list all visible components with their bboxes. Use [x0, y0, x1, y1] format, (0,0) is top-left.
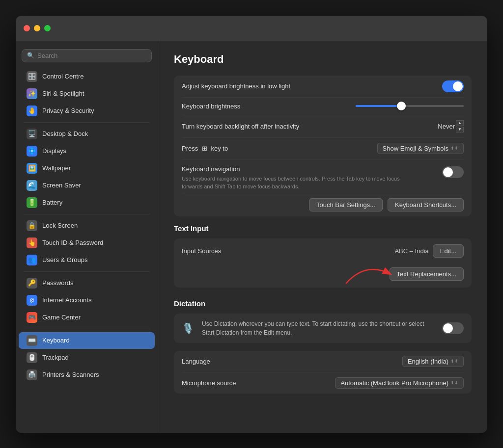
users-groups-icon: 👥 [27, 255, 37, 265]
text-input-section: Text Input Input Sources ABC – India Edi… [174, 224, 472, 288]
backlight-off-control: Never ▲ ▼ [438, 120, 464, 132]
search-icon: 🔍 [27, 52, 34, 59]
maximize-button[interactable] [44, 25, 51, 31]
sidebar-item-lock-screen[interactable]: 🔒 Lock Screen [19, 217, 155, 234]
dictation-toggle[interactable] [442, 322, 464, 334]
keyboard-nav-toggle[interactable] [442, 166, 464, 178]
sidebar-item-passwords[interactable]: 🔑 Passwords [19, 275, 155, 291]
brightness-control [356, 105, 464, 107]
search-container: 🔍 Search [16, 47, 158, 68]
row-press-key: Press ⊞ key to Show Emoji & Symbols ⬆⬇ [182, 138, 464, 159]
slider-thumb[interactable] [397, 102, 406, 110]
control-centre-icon: 🎛️ [27, 71, 37, 82]
sidebar: 🔍 Search 🎛️ Control Centre ✨ Siri & Spot… [16, 41, 158, 433]
sidebar-item-battery[interactable]: 🔋 Battery [19, 194, 155, 211]
system-preferences-window: 🔍 Search 🎛️ Control Centre ✨ Siri & Spot… [16, 16, 487, 433]
sidebar-item-desktop-dock[interactable]: 🖥️ Desktop & Dock [19, 126, 155, 142]
sidebar-item-internet-accounts[interactable]: @ Internet Accounts [19, 292, 155, 309]
stepper-arrows: ▲ ▼ [456, 120, 464, 132]
language-dropdown[interactable]: English (India) ⬆⬇ [402, 356, 464, 367]
row-keyboard-nav: Keyboard navigation Use keyboard navigat… [182, 159, 464, 193]
microphone-dropdown[interactable]: Automatic (MacBook Pro Microphone) ⬆⬇ [335, 377, 464, 389]
press-key-dropdown[interactable]: Show Emoji & Symbols ⬆⬇ [377, 143, 464, 154]
sidebar-item-keyboard[interactable]: ⌨️ Keyboard [19, 332, 155, 349]
sidebar-item-game-center[interactable]: 🎮 Game Center [19, 309, 155, 326]
row-language: Language English (India) ⬆⬇ [182, 351, 464, 372]
never-label: Never [438, 123, 455, 130]
page-title: Keyboard [174, 53, 472, 66]
row-backlight-off: Turn keyboard backlight off after inacti… [182, 115, 464, 138]
stepper-down[interactable]: ▼ [456, 127, 464, 132]
divider-3 [24, 271, 150, 272]
dictation-title: Dictation [174, 299, 472, 308]
adjust-low-light-label: Adjust keyboard brightness in low light [182, 82, 290, 90]
title-bar [16, 16, 487, 41]
language-label: Language [182, 358, 210, 365]
sidebar-item-displays[interactable]: 💠 Displays [19, 143, 155, 159]
passwords-icon: 🔑 [27, 278, 37, 289]
touch-id-icon: 👆 [27, 237, 37, 248]
microphone-control: Automatic (MacBook Pro Microphone) ⬆⬇ [335, 377, 464, 389]
dictation-desc: Use Dictation wherever you can type text… [202, 319, 434, 337]
brightness-slider[interactable] [356, 105, 464, 107]
sidebar-item-touch-id[interactable]: 👆 Touch ID & Password [19, 235, 155, 251]
touch-bar-settings-button[interactable]: Touch Bar Settings... [309, 198, 383, 211]
text-replacements-button[interactable]: Text Replacements... [390, 267, 464, 281]
press-key-label: Press ⊞ key to [182, 145, 228, 152]
sidebar-item-siri-spotlight[interactable]: ✨ Siri & Spotlight [19, 85, 155, 102]
sidebar-item-users-groups[interactable]: 👥 Users & Groups [19, 252, 155, 268]
search-input[interactable]: Search [37, 52, 57, 59]
divider-2 [24, 214, 150, 214]
displays-icon: 💠 [27, 146, 37, 157]
dictation-settings-card: Language English (India) ⬆⬇ Microphone s… [174, 351, 472, 394]
minimize-button[interactable] [34, 25, 40, 31]
input-sources-row: Input Sources ABC – India Edit... [182, 238, 464, 264]
dictation-info-card: 🎙️ Use Dictation wherever you can type t… [174, 314, 472, 343]
sidebar-item-wallpaper[interactable]: 🖼️ Wallpaper [19, 160, 155, 177]
content-area: 🔍 Search 🎛️ Control Centre ✨ Siri & Spot… [16, 41, 487, 433]
press-key-control: Show Emoji & Symbols ⬆⬇ [377, 143, 464, 154]
trackpad-icon: 🖱️ [27, 352, 37, 363]
text-input-title: Text Input [174, 224, 472, 233]
sidebar-item-screen-saver[interactable]: 🌊 Screen Saver [19, 177, 155, 194]
game-center-icon: 🎮 [27, 312, 37, 323]
keyboard-shortcuts-button[interactable]: Keyboard Shortcuts... [388, 198, 464, 211]
adjust-low-light-toggle[interactable] [442, 80, 464, 92]
microphone-label: Microphone source [182, 379, 236, 387]
keyboard-nav-label: Keyboard navigation [182, 165, 434, 173]
btn-row: Touch Bar Settings... Keyboard Shortcuts… [182, 193, 464, 216]
stepper-up[interactable]: ▲ [456, 120, 464, 126]
desktop-dock-icon: 🖥️ [27, 129, 37, 139]
keyboard-settings-card: Adjust keyboard brightness in low light … [174, 76, 472, 216]
siri-icon: ✨ [27, 88, 37, 99]
edit-button[interactable]: Edit... [433, 244, 464, 258]
main-content: Keyboard Adjust keyboard brightness in l… [158, 41, 487, 433]
sidebar-item-control-centre[interactable]: 🎛️ Control Centre [19, 68, 155, 85]
wallpaper-icon: 🖼️ [27, 163, 37, 174]
brightness-label: Keyboard brightness [182, 103, 240, 110]
sidebar-item-printers-scanners[interactable]: 🖨️ Printers & Scanners [19, 367, 155, 383]
sidebar-item-trackpad[interactable]: 🖱️ Trackpad [19, 349, 155, 366]
language-control: English (India) ⬆⬇ [402, 356, 464, 367]
globe-symbol: ⊞ [202, 145, 207, 152]
language-chevron-icon: ⬆⬇ [450, 359, 458, 364]
input-sources-label: Input Sources [182, 247, 221, 255]
text-replacements-row: Text Replacements... [182, 264, 464, 288]
microphone-chevron-icon: ⬆⬇ [450, 380, 458, 385]
row-adjust-low-light: Adjust keyboard brightness in low light [182, 76, 464, 98]
row-microphone: Microphone source Automatic (MacBook Pro… [182, 372, 464, 394]
sidebar-item-privacy-security[interactable]: 🤚 Privacy & Security [19, 103, 155, 119]
dictation-section: Dictation 🎙️ Use Dictation wherever you … [174, 299, 472, 394]
input-sources-value: ABC – India [394, 247, 428, 255]
text-input-card: Input Sources ABC – India Edit... [174, 238, 472, 288]
slider-fill [356, 105, 399, 107]
never-stepper[interactable]: Never ▲ ▼ [438, 120, 464, 132]
lock-screen-icon: 🔒 [27, 220, 37, 231]
search-box[interactable]: 🔍 Search [22, 49, 152, 62]
row-brightness: Keyboard brightness [182, 98, 464, 115]
battery-icon: 🔋 [27, 197, 37, 208]
traffic-lights [24, 25, 51, 31]
keyboard-nav-content: Keyboard navigation Use keyboard navigat… [182, 165, 434, 191]
close-button[interactable] [24, 25, 30, 31]
chevron-icon: ⬆⬇ [450, 146, 458, 151]
